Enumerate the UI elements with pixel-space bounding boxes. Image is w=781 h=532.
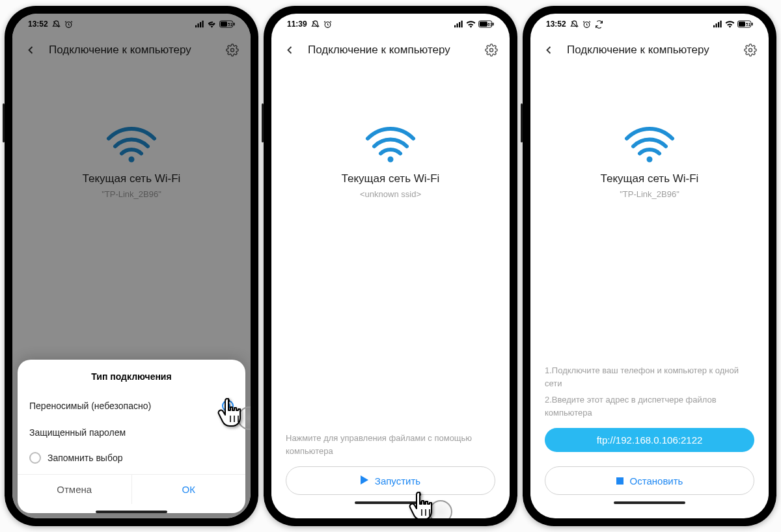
wifi-icon [601, 122, 699, 166]
wifi-small-icon [725, 20, 735, 28]
svg-text:63: 63 [487, 22, 493, 27]
step2-text: 2.Введите этот адрес в диспетчере файлов… [545, 393, 754, 419]
phone-frame: 13:52 51 [523, 6, 776, 526]
cancel-button[interactable]: Отмена [18, 475, 132, 504]
svg-marker-25 [361, 475, 368, 485]
home-indicator[interactable] [355, 501, 426, 504]
step1-text: 1.Подключите ваш телефон и компьютер к о… [545, 364, 754, 390]
status-time: 13:52 [546, 20, 566, 29]
svg-rect-17 [459, 22, 460, 27]
bottom-area: 1.Подключите ваш телефон и компьютер к о… [530, 364, 769, 518]
option-password-label: Защищенный паролем [29, 427, 126, 438]
svg-rect-31 [716, 23, 717, 27]
bell-off-icon [570, 20, 579, 29]
svg-point-24 [387, 157, 393, 163]
instructions: 1.Подключите ваш телефон и компьютер к о… [545, 364, 754, 419]
home-indicator[interactable] [96, 511, 167, 513]
app-bar: Подключение к компьютеру [271, 34, 510, 66]
status-bar: 11:39 63 [271, 14, 510, 34]
alarm-icon [582, 20, 591, 29]
wifi-label: Текущая сеть Wi-Fi [601, 172, 699, 185]
connection-type-sheet: Тип подключения Переносимый (небезопасно… [18, 360, 245, 513]
svg-point-23 [490, 49, 493, 52]
svg-rect-15 [454, 25, 456, 28]
alarm-icon [323, 20, 332, 29]
screen: 13:52 51 [12, 14, 251, 518]
back-button[interactable] [281, 41, 299, 59]
ok-button[interactable]: ОК [132, 475, 246, 504]
stop-icon [616, 475, 623, 486]
ftp-address[interactable]: ftp://192.168.0.106:2122 [545, 428, 754, 452]
option-portable-label: Переносимый (небезопасно) [29, 401, 151, 411]
settings-button[interactable] [482, 41, 500, 59]
svg-point-38 [749, 49, 752, 52]
status-bar: 13:52 51 [530, 14, 769, 34]
back-button[interactable] [540, 41, 558, 59]
svg-rect-35 [739, 21, 745, 26]
start-button[interactable]: Запустить [286, 466, 495, 495]
content-area: Текущая сеть Wi-Fi <unknown ssid> [271, 66, 510, 432]
svg-text:51: 51 [746, 22, 751, 27]
settings-button[interactable] [741, 41, 760, 59]
remember-label: Запомнить выбор [48, 453, 122, 463]
content-area: Текущая сеть Wi-Fi "TP-Link_2B96" [530, 66, 769, 364]
svg-rect-40 [616, 477, 623, 485]
svg-rect-36 [752, 23, 753, 26]
signal-icon [454, 20, 463, 28]
start-button-label: Запустить [375, 475, 420, 486]
wifi-label: Текущая сеть Wi-Fi [342, 172, 440, 185]
svg-rect-33 [720, 21, 722, 28]
wifi-ssid: <unknown ssid> [342, 189, 440, 199]
svg-rect-20 [480, 21, 487, 26]
hint-text: Нажмите для управления файлами с помощью… [286, 432, 495, 457]
phone-frame: 13:52 51 [5, 6, 258, 526]
option-portable[interactable]: Переносимый (небезопасно) [29, 392, 234, 419]
sheet-title: Тип подключения [29, 371, 234, 382]
screen: 13:52 51 [530, 14, 769, 518]
svg-rect-18 [461, 21, 463, 28]
svg-rect-16 [457, 23, 458, 27]
page-title: Подключение к компьютеру [567, 44, 732, 57]
option-password[interactable]: Защищенный паролем [29, 419, 234, 446]
stop-button[interactable]: Остановить [545, 466, 754, 495]
wifi-ssid: "TP-Link_2B96" [601, 189, 699, 199]
play-icon [361, 475, 368, 486]
checkbox-icon [29, 452, 41, 464]
bell-off-icon [311, 20, 320, 29]
screen: 11:39 63 [271, 14, 510, 518]
battery-icon: 63 [478, 20, 494, 28]
signal-icon [713, 20, 722, 28]
page-title: Подключение к компьютеру [308, 44, 473, 57]
svg-rect-30 [713, 25, 715, 28]
bottom-area: Нажмите для управления файлами с помощью… [271, 432, 510, 518]
svg-point-39 [646, 157, 652, 163]
radio-checked-icon [222, 400, 234, 412]
wifi-small-icon [466, 20, 476, 28]
status-time: 11:39 [287, 20, 307, 29]
sync-icon [595, 20, 603, 29]
stop-button-label: Остановить [630, 475, 683, 486]
remember-choice[interactable]: Запомнить выбор [29, 446, 234, 474]
app-bar: Подключение к компьютеру [530, 34, 769, 66]
home-indicator[interactable] [614, 501, 685, 504]
battery-icon: 51 [737, 20, 753, 28]
wifi-icon [342, 122, 440, 166]
phone-frame: 11:39 63 [264, 6, 517, 526]
svg-rect-21 [493, 23, 494, 26]
svg-rect-32 [718, 22, 719, 27]
